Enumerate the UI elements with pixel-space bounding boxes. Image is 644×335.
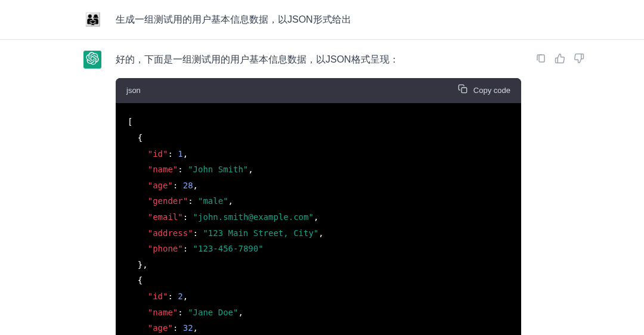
- clipboard-icon: [458, 84, 467, 98]
- code-header: json Copy code: [116, 78, 521, 104]
- code-line: "age": 28,: [128, 178, 509, 194]
- code-line: "address": "123 Main Street, City",: [128, 225, 509, 241]
- chat-container: 👨‍👩‍👧 生成一组测试用的用户基本信息数据，以JSON形式给出 好的，下面是一…: [0, 0, 644, 335]
- code-line: {: [128, 272, 509, 289]
- assistant-avatar-icon: [86, 52, 99, 67]
- user-avatar-icon: 👨‍👩‍👧: [85, 12, 101, 27]
- assistant-avatar: [83, 51, 101, 69]
- assistant-message-content: 好的，下面是一组测试用的用户基本信息数据，以JSON格式呈现： json Cop…: [116, 51, 521, 335]
- svg-rect-1: [539, 55, 544, 62]
- code-line: "name": "John Smith",: [128, 162, 509, 178]
- code-body: [ { "id": 1, "name": "John Smith", "age"…: [116, 103, 521, 335]
- code-line: "id": 2,: [128, 289, 509, 305]
- user-message-content: 生成一组测试用的用户基本信息数据，以JSON形式给出: [116, 11, 561, 27]
- thumbs-down-icon[interactable]: [574, 53, 584, 64]
- assistant-intro-text: 好的，下面是一组测试用的用户基本信息数据，以JSON格式呈现：: [116, 52, 521, 67]
- user-avatar: 👨‍👩‍👧: [83, 11, 101, 29]
- code-line: "gender": "male",: [128, 193, 509, 209]
- code-block: json Copy code [ { "id": 1, "name": "Joh…: [116, 78, 521, 335]
- thumbs-up-icon[interactable]: [555, 53, 565, 64]
- copy-code-button[interactable]: Copy code: [458, 84, 510, 98]
- code-line: },: [128, 257, 509, 273]
- message-actions: [535, 51, 584, 64]
- clipboard-icon[interactable]: [535, 53, 546, 64]
- code-line: "age": 32,: [128, 320, 509, 335]
- code-language-label: json: [126, 85, 141, 97]
- code-line: "name": "Jane Doe",: [128, 305, 509, 321]
- code-line: "email": "john.smith@example.com",: [128, 209, 509, 225]
- user-message-text: 生成一组测试用的用户基本信息数据，以JSON形式给出: [116, 12, 561, 27]
- code-line: [: [128, 114, 509, 130]
- assistant-message-row: 好的，下面是一组测试用的用户基本信息数据，以JSON格式呈现： json Cop…: [0, 40, 644, 335]
- copy-code-label: Copy code: [473, 85, 510, 97]
- code-line: "phone": "123-456-7890": [128, 241, 509, 257]
- svg-rect-0: [462, 88, 467, 93]
- code-line: {: [128, 130, 509, 146]
- user-message-row: 👨‍👩‍👧 生成一组测试用的用户基本信息数据，以JSON形式给出: [0, 0, 644, 40]
- code-line: "id": 1,: [128, 146, 509, 162]
